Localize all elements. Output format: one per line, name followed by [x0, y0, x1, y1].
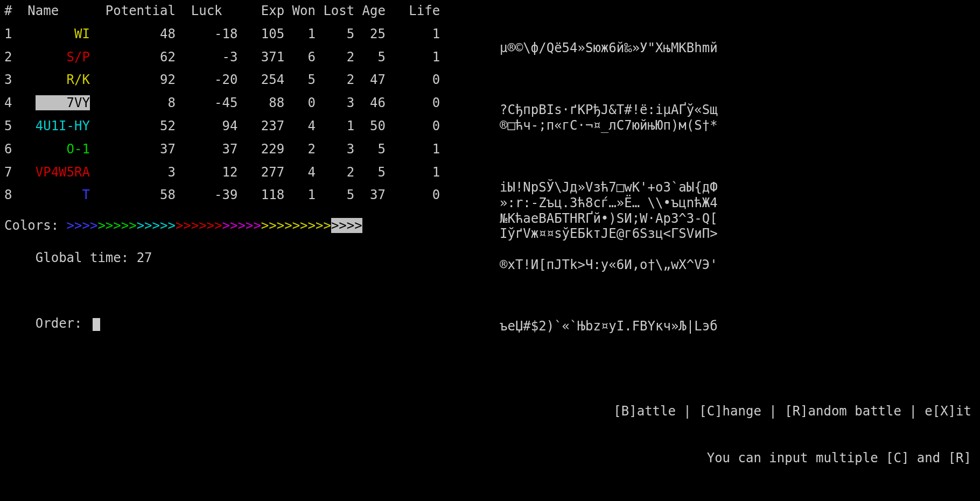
right-event-log: µ®©\ф/Qё54»Sюж6й‰»У"ХњМКВһmй?СђпрВІs·ґКР…	[500, 25, 974, 273]
chevron-segment: >>>>>>>>>	[261, 218, 331, 233]
header-lost: Lost	[316, 3, 354, 19]
row-lost: 3	[316, 95, 354, 111]
table-header: # Name Potential Luck Exp Won Lost Age L…	[4, 3, 976, 19]
row-potential: 52	[90, 118, 176, 134]
row-potential: 58	[90, 187, 176, 203]
header-won: Won	[284, 3, 316, 19]
chevron-segment: >>>>>>	[176, 218, 222, 233]
row-idx: 7	[4, 165, 20, 180]
row-age: 5	[354, 165, 386, 180]
row-luck: 37	[176, 142, 238, 157]
log-line: µ®©\ф/Qё54»Sюж6й‰»У"ХњМКВһmй	[500, 40, 974, 56]
row-age: 46	[354, 95, 386, 111]
menu-line-1: [B]attle | [C]hange | [R]andom battle | …	[613, 404, 971, 419]
menu-hints: [B]attle | [C]hange | [R]andom battle | …	[613, 373, 971, 497]
row-age: 25	[354, 26, 386, 42]
row-luck: -20	[176, 72, 238, 88]
row-luck: -3	[176, 50, 238, 65]
log-line: »:r:-Zъц.Зћ8сѓ…»Ё… \\•ъцnћЖ4	[500, 195, 974, 211]
row-lost: 5	[316, 26, 354, 42]
header-age: Age	[354, 3, 386, 19]
row-life: 0	[386, 118, 440, 134]
row-lost: 1	[316, 118, 354, 134]
row-exp: 237	[237, 118, 284, 134]
row-exp: 277	[237, 165, 284, 180]
log-line: ®хТ!И[пЈТk>Ч:у«6И,о†\„wХ^VЭ'	[500, 257, 974, 273]
global-time-value: 27	[137, 250, 152, 265]
row-potential: 62	[90, 50, 176, 65]
header-potential: Potential	[90, 3, 176, 19]
row-name: T	[20, 187, 90, 203]
row-potential: 8	[90, 95, 176, 111]
chevron-segment: >>>>>	[97, 218, 136, 233]
chevron-segment: >>>>	[331, 218, 362, 233]
chevron-segment: >>>>	[67, 218, 98, 233]
row-idx: 6	[4, 142, 20, 157]
row-luck: -18	[176, 26, 238, 42]
row-lost: 2	[316, 72, 354, 88]
log-line	[500, 71, 974, 87]
log-line: ӀўґVж¤¤ѕўЕБkтЈЕ@г6Sзц<ГЅVиП>	[500, 226, 974, 242]
cursor-icon	[93, 318, 100, 331]
row-exp: 229	[237, 142, 284, 157]
log-line: ?СђпрВІs·ґКРђЈ&Т#!ё:іµАҐў«Sщ	[500, 102, 974, 118]
menu-line-2: You can input multiple [C] and [R]	[613, 450, 971, 466]
row-won: 5	[284, 72, 316, 88]
row-luck: 94	[176, 118, 238, 134]
header-exp: Exp	[237, 3, 284, 19]
header-name: Name	[20, 3, 90, 19]
log-line	[500, 56, 974, 72]
colors-chevrons: >>>>>>>>>>>>>>>>>>>>>>>>>>>>>>>>>>>>>>	[67, 218, 362, 234]
row-won: 4	[284, 165, 316, 180]
row-potential: 48	[90, 26, 176, 42]
row-idx: 4	[4, 95, 20, 111]
chevron-segment: >>>>>	[222, 218, 261, 233]
row-exp: 105	[237, 26, 284, 42]
row-life: 0	[386, 95, 440, 111]
row-idx: 1	[4, 26, 20, 42]
row-won: 4	[284, 118, 316, 134]
row-name: R/K	[20, 72, 90, 88]
row-age: 50	[354, 118, 386, 134]
chevron-segment: >>>>>	[137, 218, 176, 233]
row-potential: 37	[90, 142, 176, 157]
row-age: 37	[354, 187, 386, 203]
row-luck: -45	[176, 95, 238, 111]
log-line	[500, 25, 974, 40]
log-line: ®□ћч-;п«гС·¬¤_лС7юйњЮп)м(S†*	[500, 118, 974, 133]
log-line	[500, 87, 974, 102]
row-name: O-1	[20, 142, 90, 157]
row-life: 1	[386, 142, 440, 157]
row-lost: 2	[316, 165, 354, 180]
row-age: 5	[354, 50, 386, 65]
row-life: 1	[386, 165, 440, 180]
order-prompt[interactable]: Order:	[4, 300, 976, 347]
row-name: 4U1I-HY	[20, 118, 90, 134]
header-luck: Luck	[176, 3, 238, 19]
row-potential: 3	[90, 165, 176, 180]
row-lost: 2	[316, 50, 354, 65]
row-exp: 118	[237, 187, 284, 203]
header-idx: #	[4, 3, 20, 19]
row-age: 47	[354, 72, 386, 88]
row-won: 6	[284, 50, 316, 65]
log-line: іЫ!NрЅЎ\Јд»Vзћ7□wК'+о3`аЫ{дФ	[500, 180, 974, 195]
row-lost: 5	[316, 187, 354, 203]
row-idx: 3	[4, 72, 20, 88]
log-line: №КћаеВАБТНRҐй•)ЅИ;W·АрЗ^З-Q[	[500, 211, 974, 227]
row-exp: 371	[237, 50, 284, 65]
log-line	[500, 133, 974, 149]
row-idx: 5	[4, 118, 20, 134]
row-potential: 92	[90, 72, 176, 88]
row-idx: 8	[4, 187, 20, 203]
log-line	[500, 242, 974, 257]
row-luck: 12	[176, 165, 238, 180]
row-won: 2	[284, 142, 316, 157]
row-life: 1	[386, 26, 440, 42]
row-idx: 2	[4, 50, 20, 65]
row-won: 1	[284, 187, 316, 203]
row-name: WI	[20, 26, 90, 42]
row-exp: 254	[237, 72, 284, 88]
row-life: 1	[386, 50, 440, 65]
row-luck: -39	[176, 187, 238, 203]
